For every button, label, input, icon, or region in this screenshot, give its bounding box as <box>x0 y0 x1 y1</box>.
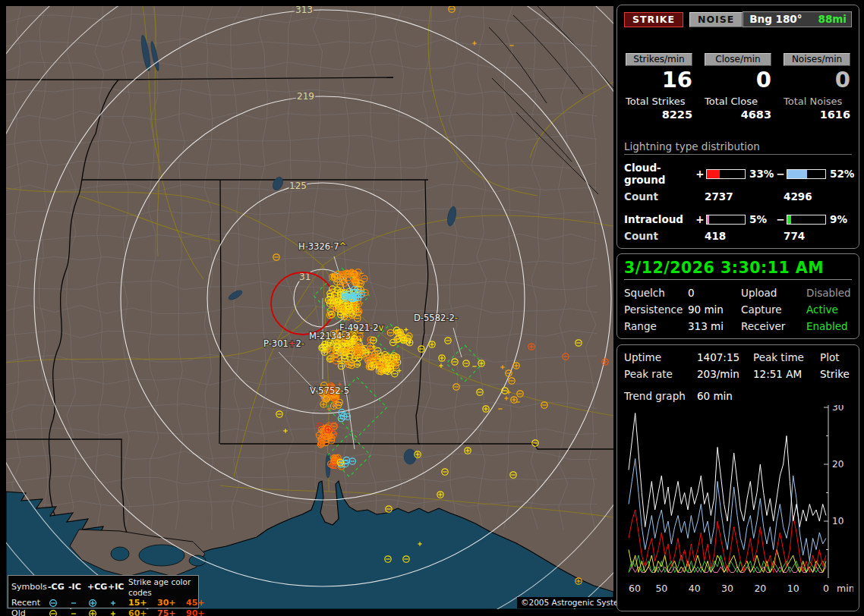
distribution-title: Lightning type distribution <box>624 140 852 155</box>
y-tick-label: 10 <box>832 516 844 526</box>
close-per-min-chip: Close/min <box>705 53 771 66</box>
legend-age-title: Strike age color codes <box>128 577 212 598</box>
cloud-ground-label: Cloud-ground <box>624 162 694 186</box>
range-ring-label: 313 <box>295 6 313 15</box>
circle-minus-icon <box>48 608 68 616</box>
ic-positive-bar <box>706 215 746 225</box>
cg-positive-bar <box>706 169 746 179</box>
cloud-ground-count-row: Count 2737 4296 <box>624 190 852 203</box>
y-tick-label: 20 <box>832 459 844 470</box>
cg-negative-pct: 52% <box>826 168 854 180</box>
bearing-distance: 88mi <box>818 13 847 25</box>
strike-mode-button[interactable]: STRIKE <box>624 12 683 27</box>
cg-negative-count: 4296 <box>784 190 852 203</box>
persistence-value: 90 min <box>688 303 741 316</box>
noises-rate-column: Noises/min 0 Total Noises 1616 <box>784 53 850 121</box>
x-axis-unit: min <box>837 583 853 594</box>
upload-label: Upload <box>741 287 806 299</box>
legend-row-recent: Recent <box>11 598 48 608</box>
circle-minus-icon <box>48 598 68 608</box>
storm-cell-label: M-2134-3^ <box>309 331 358 341</box>
cloud-ground-row: Cloud-ground + 33% − 52% <box>624 162 852 186</box>
ic-positive-count: 418 <box>705 230 784 242</box>
map-canvas[interactable]: 31125219313H-3326-7^D-5582-2-F-4921-2vM-… <box>6 6 613 609</box>
storm-cell-label: P-301+2- <box>263 338 304 349</box>
capture-label: Capture <box>741 303 806 316</box>
trend-window-value: 60 min <box>697 390 852 402</box>
storm-cell-label: H-3326-7^ <box>298 241 346 252</box>
lightning-map[interactable]: 31125219313H-3326-7^D-5582-2-F-4921-2vM-… <box>6 6 613 609</box>
y-tick-label: 30 <box>832 405 844 413</box>
bearing-readout: Bng 180° 88mi <box>743 11 852 27</box>
ic-positive-pct: 5% <box>746 213 774 225</box>
minus-sign: − <box>774 168 787 180</box>
x-tick-label: 10 <box>787 583 799 594</box>
capture-status: Active <box>806 303 852 316</box>
cg-positive-pct: 33% <box>746 168 774 180</box>
x-tick-label: 0 <box>823 583 829 594</box>
peak-time-value: 12:51 AM <box>753 368 820 380</box>
plot-value: Strike <box>820 368 852 380</box>
x-tick-label: 50 <box>655 583 667 594</box>
peak-rate-value: 203/min <box>697 368 753 380</box>
strikes-per-min-value: 16 <box>626 67 692 93</box>
close-rate-column: Close/min 0 Total Close 4683 <box>705 53 771 121</box>
total-close-value: 4683 <box>705 108 771 121</box>
minus-icon <box>68 598 87 608</box>
range-value: 313 mi <box>688 320 741 332</box>
ic-negative-bar <box>787 215 826 225</box>
cg-negative-bar <box>787 169 826 179</box>
age-code-45plus: 45+ <box>186 598 212 608</box>
time-settings-panel: 3/12/2026 3:30:11 AM Squelch 0 Upload Di… <box>616 253 859 339</box>
range-label: Range <box>624 320 688 332</box>
x-tick-label: 60 <box>629 583 641 594</box>
intracloud-label: Intracloud <box>624 213 694 225</box>
age-code-90plus: 90+ <box>186 608 212 616</box>
age-code-60plus: 60+ <box>128 608 157 616</box>
plus-sign: + <box>694 213 706 225</box>
x-tick-label: 40 <box>689 583 701 594</box>
legend-col-neg-ic: -IC <box>68 582 87 592</box>
squelch-label: Squelch <box>624 287 688 299</box>
upload-status: Disabled <box>806 287 852 299</box>
date-time-display: 3/12/2026 3:30:11 AM <box>624 259 852 277</box>
cg-positive-count: 2737 <box>705 190 784 203</box>
circle-plus-icon <box>87 598 108 608</box>
uptime-value: 1407:15 <box>697 351 753 363</box>
control-panel: STRIKE NOISE Bng 180° 88mi Strikes/min 1… <box>616 0 861 616</box>
range-ring-label: 219 <box>297 91 314 102</box>
legend-col-neg-cg: -CG <box>48 582 68 592</box>
strikes-per-min-chip: Strikes/min <box>626 53 692 66</box>
total-strikes-value: 8225 <box>626 108 692 121</box>
x-tick-label: 20 <box>754 583 766 594</box>
trend-graph-label: Trend graph <box>624 390 697 402</box>
ic-negative-count: 774 <box>784 230 852 242</box>
noise-mode-button[interactable]: NOISE <box>689 12 743 27</box>
x-tick-label: 30 <box>721 583 733 594</box>
noises-per-min-chip: Noises/min <box>784 53 850 66</box>
trend-graph: 1020306050403020100min <box>624 405 853 598</box>
count-label: Count <box>624 230 705 242</box>
peak-time-header: Peak time <box>753 351 820 363</box>
legend-col-pos-ic: +IC <box>108 582 128 592</box>
uptime-label: Uptime <box>624 351 697 363</box>
legend-col-pos-cg: +CG <box>87 582 108 592</box>
map-legend: Symbols -CG -IC +CG +IC Strike age color… <box>8 575 199 608</box>
noises-per-min-value: 0 <box>784 67 850 93</box>
storm-cell-label: V-5752-5 <box>310 385 349 396</box>
plus-icon <box>108 598 128 608</box>
squelch-value: 0 <box>688 287 741 299</box>
total-noises-label: Total Noises <box>784 96 850 107</box>
age-code-15plus: 15+ <box>128 598 157 608</box>
receiver-status: Enabled <box>806 320 852 332</box>
minus-sign: − <box>774 213 787 225</box>
minus-icon <box>68 608 87 616</box>
range-ring-label: 125 <box>289 181 307 191</box>
intracloud-count-row: Count 418 774 <box>624 230 852 242</box>
legend-row-old: Old <box>11 608 48 616</box>
plus-sign: + <box>694 168 706 180</box>
receiver-label: Receiver <box>741 320 806 332</box>
plot-header: Plot <box>820 351 852 363</box>
persistence-label: Persistence <box>624 303 688 316</box>
status-trend-panel: Uptime 1407:15 Peak time Plot Peak rate … <box>616 344 859 611</box>
